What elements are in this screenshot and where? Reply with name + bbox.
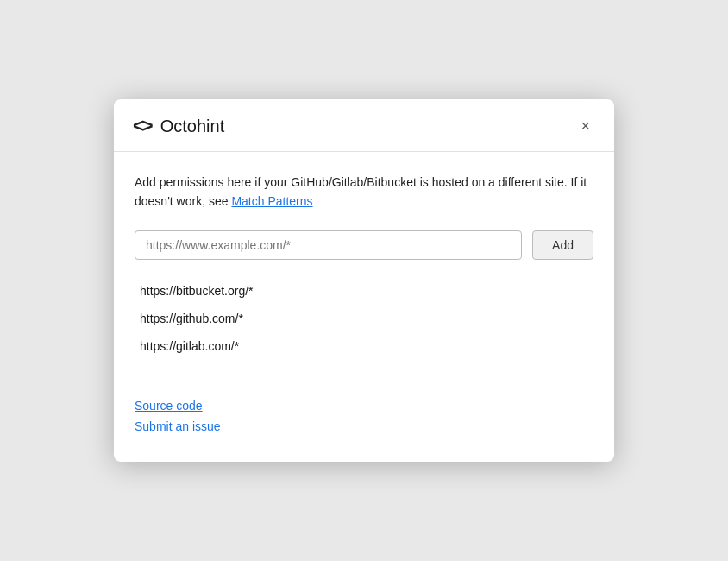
code-brackets-icon: <> <box>133 115 152 137</box>
list-item: https://gitlab.com/* <box>135 332 593 360</box>
dialog-title: Octohint <box>160 117 224 136</box>
list-item: https://github.com/* <box>135 305 593 332</box>
footer-links: Source code Submit an issue <box>135 399 593 433</box>
url-input[interactable] <box>135 230 522 260</box>
header-left: <> Octohint <box>133 115 224 137</box>
list-item: https://bitbucket.org/* <box>135 277 593 305</box>
dialog: <> Octohint × Add permissions here if yo… <box>114 99 614 462</box>
overlay: <> Octohint × Add permissions here if yo… <box>0 0 728 561</box>
permissions-list: https://bitbucket.org/* https://github.c… <box>135 277 593 360</box>
dialog-body: Add permissions here if your GitHub/Gitl… <box>114 152 614 457</box>
close-button[interactable]: × <box>575 117 595 136</box>
description-text: Add permissions here if your GitHub/Gitl… <box>135 173 593 211</box>
dialog-header: <> Octohint × <box>114 99 614 152</box>
input-row: Add <box>135 230 593 260</box>
add-button[interactable]: Add <box>532 230 593 260</box>
source-code-link[interactable]: Source code <box>135 399 593 413</box>
match-patterns-link[interactable]: Match Patterns <box>231 194 312 208</box>
divider <box>135 381 593 381</box>
submit-issue-link[interactable]: Submit an issue <box>135 419 593 433</box>
description-body: Add permissions here if your GitHub/Gitl… <box>135 175 587 208</box>
